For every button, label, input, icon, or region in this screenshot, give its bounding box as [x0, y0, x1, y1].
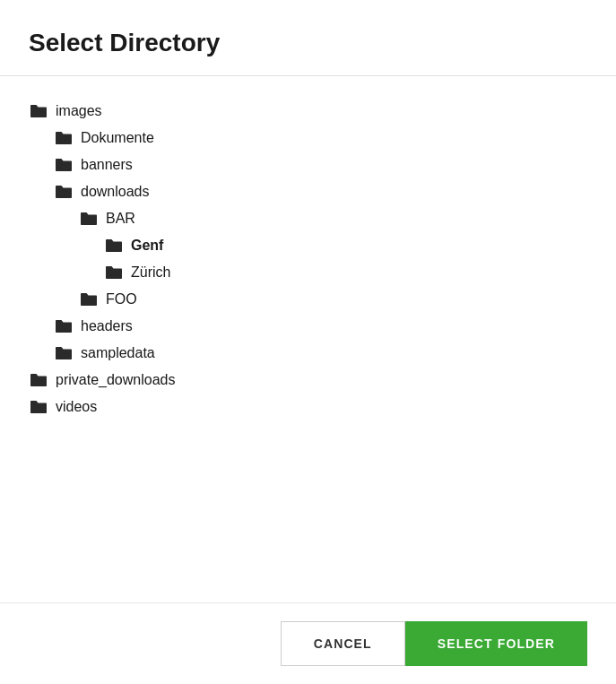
dialog-footer: CANCEL SELECT FOLDER: [0, 602, 616, 684]
select-directory-dialog: Select Directory images Dokumente banner…: [0, 0, 616, 684]
folder-icon: [54, 345, 74, 361]
select-folder-button[interactable]: SELECT FOLDER: [405, 621, 587, 666]
folder-icon: [104, 264, 124, 281]
folder-icon: [54, 184, 74, 200]
folder-label: images: [56, 103, 102, 119]
folder-icon: [79, 211, 99, 227]
folder-icon: [104, 238, 124, 254]
folder-item-downloads[interactable]: downloads: [29, 178, 587, 205]
folder-icon: [29, 103, 48, 119]
folder-label: FOO: [106, 291, 137, 307]
directory-tree: images Dokumente banners downloads BAR G…: [29, 98, 587, 420]
folder-label: Zürich: [131, 264, 170, 281]
folder-item-genf[interactable]: Genf: [29, 232, 587, 259]
folder-label: Dokumente: [81, 130, 154, 146]
folder-icon: [54, 157, 74, 173]
folder-label: private_downloads: [56, 372, 175, 388]
folder-item-sampledata[interactable]: sampledata: [29, 340, 587, 367]
folder-item-banners[interactable]: banners: [29, 152, 587, 178]
folder-icon: [29, 399, 48, 415]
folder-label: BAR: [106, 211, 135, 227]
folder-item-images[interactable]: images: [29, 98, 587, 125]
folder-icon: [29, 372, 48, 388]
folder-label: downloads: [81, 184, 150, 200]
folder-icon: [79, 291, 99, 307]
dialog-header: Select Directory: [0, 0, 616, 76]
folder-item-headers[interactable]: headers: [29, 313, 587, 340]
folder-item-videos[interactable]: videos: [29, 394, 587, 420]
dialog-title: Select Directory: [29, 29, 587, 57]
folder-label: Genf: [131, 238, 163, 254]
folder-item-private_downloads[interactable]: private_downloads: [29, 367, 587, 394]
folder-item-zurich[interactable]: Zürich: [29, 259, 587, 286]
folder-label: headers: [81, 318, 133, 334]
cancel-button[interactable]: CANCEL: [281, 621, 405, 666]
folder-item-dokumente[interactable]: Dokumente: [29, 125, 587, 152]
folder-label: sampledata: [81, 345, 155, 361]
folder-icon: [54, 130, 74, 146]
folder-item-bar[interactable]: BAR: [29, 205, 587, 232]
folder-item-foo[interactable]: FOO: [29, 286, 587, 313]
folder-icon: [54, 318, 74, 334]
folder-label: banners: [81, 157, 133, 173]
dialog-body: images Dokumente banners downloads BAR G…: [0, 76, 616, 602]
folder-label: videos: [56, 399, 97, 415]
